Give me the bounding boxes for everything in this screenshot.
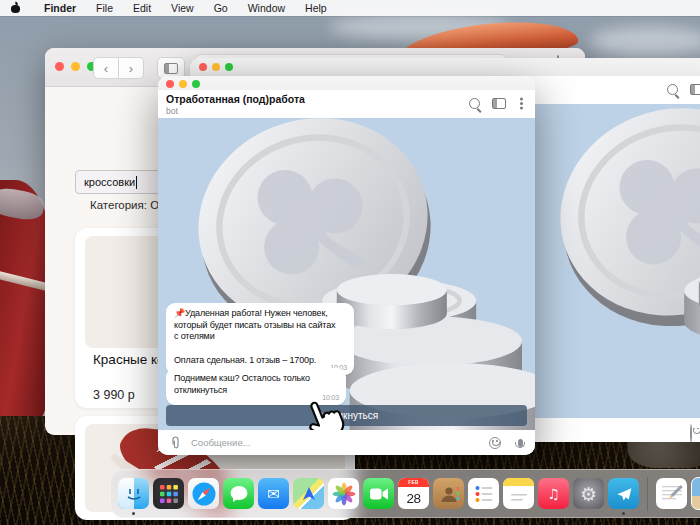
category-label: Категория: Об (90, 199, 166, 211)
shop-search-value: кроссовки (84, 176, 135, 188)
minimize-button[interactable] (212, 63, 220, 71)
sidebar-toggle-icon[interactable] (492, 98, 506, 109)
music-note-icon: ♫ (547, 486, 560, 502)
message-text: 📌Удаленная работа! Нужен человек, которы… (174, 308, 346, 366)
message-input[interactable] (189, 436, 489, 449)
cloud (590, 26, 700, 56)
emoji-icon[interactable] (489, 437, 501, 449)
text-caret (136, 176, 137, 189)
sidebar-icon (164, 63, 178, 74)
running-indicator (132, 512, 135, 515)
zoom-button[interactable] (192, 80, 200, 88)
minimize-button[interactable] (71, 62, 80, 71)
menu-item-finder[interactable]: Finder (34, 2, 86, 14)
coin-photo (520, 104, 700, 418)
menu-item-window[interactable]: Window (238, 2, 295, 14)
chat-title: Отработанная (под)работа (166, 93, 305, 105)
calendar-month: FEB (398, 478, 429, 487)
close-button[interactable] (55, 62, 64, 71)
menu-item-edit[interactable]: Edit (123, 2, 161, 14)
message-bubble: 📌Удаленная работа! Нужен человек, которы… (166, 303, 354, 375)
dock-icon-photo-file[interactable] (691, 477, 700, 510)
product-price: 3 990 р (93, 388, 135, 402)
menu-item-help[interactable]: Help (295, 2, 337, 14)
menu-item-file[interactable]: File (86, 2, 123, 14)
emoji-icon[interactable] (690, 424, 692, 442)
message-text: Поднимем кэш? Осталось только откликнуть… (174, 373, 338, 396)
dock-icon-mail[interactable]: ✉ (258, 478, 289, 509)
menu-item-go[interactable]: Go (204, 2, 238, 14)
menu-item-view[interactable]: View (161, 2, 204, 14)
dock-icon-system-settings[interactable]: ⚙ (573, 478, 604, 509)
dock-icon-calendar[interactable]: FEB 28 (398, 478, 429, 509)
dock-icon-contacts[interactable] (433, 478, 464, 509)
dock-icon-facetime[interactable] (363, 478, 394, 509)
apple-menu-icon[interactable] (11, 3, 20, 13)
search-icon[interactable] (469, 98, 480, 109)
sidebar-toggle-icon[interactable] (690, 84, 700, 95)
message-input-bar (158, 430, 535, 455)
dock-icon-messages[interactable] (223, 478, 254, 509)
dock-icon-launchpad[interactable] (153, 478, 184, 509)
close-button[interactable] (199, 63, 207, 71)
calendar-day: 28 (398, 487, 429, 509)
envelope-icon: ✉ (267, 485, 280, 503)
minimize-button[interactable] (179, 80, 187, 88)
dock-icon-textedit[interactable] (656, 478, 687, 509)
chat-subtitle: bot (166, 106, 178, 116)
dock-icon-reminders[interactable] (468, 478, 499, 509)
dock-icon-maps[interactable] (293, 478, 324, 509)
dock-icon-photos[interactable] (328, 478, 359, 509)
desktop: Finder File Edit View Go Window Help ‹ ›… (0, 0, 700, 525)
forward-button[interactable]: › (119, 57, 144, 79)
dock-icon-safari[interactable] (188, 478, 219, 509)
dock: ✉ FEB (110, 469, 700, 518)
menu-bar: Finder File Edit View Go Window Help (0, 0, 700, 16)
dock-divider (647, 477, 648, 511)
zoom-button[interactable] (225, 63, 233, 71)
dock-icon-notes[interactable] (503, 478, 534, 509)
dock-icon-telegram[interactable] (608, 478, 639, 509)
microphone-icon[interactable] (518, 439, 523, 447)
dock-icon-music[interactable]: ♫ (538, 478, 569, 509)
gear-icon: ⚙ (580, 483, 597, 505)
running-indicator (622, 512, 625, 515)
close-button[interactable] (166, 80, 174, 88)
search-icon[interactable] (667, 84, 678, 95)
more-menu-icon[interactable] (520, 102, 523, 105)
attach-icon[interactable] (170, 436, 182, 450)
chat-content: 📌Удаленная работа! Нужен человек, которы… (158, 118, 535, 430)
window-titlebar (190, 58, 700, 77)
chat-header: Отработанная (под)работа bot (158, 90, 535, 119)
telegram-window: Отработанная (под)работа bot 📌Удаленная … (158, 76, 535, 455)
back-button[interactable]: ‹ (93, 57, 119, 79)
window-titlebar (158, 76, 535, 90)
dock-icon-finder[interactable] (118, 478, 149, 509)
